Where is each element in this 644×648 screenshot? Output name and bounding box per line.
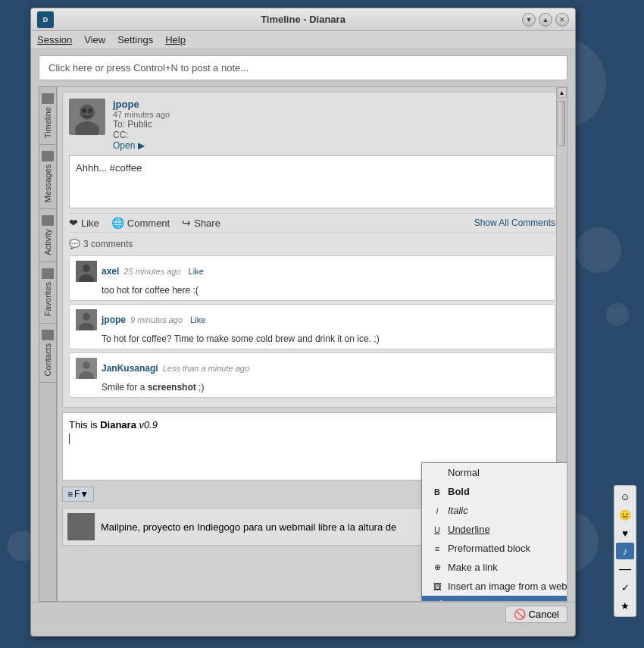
like-icon: ❤ [69,217,78,229]
sidebar-tab-label-timeline: Timeline [43,107,52,138]
italic-label: Italic [448,505,468,516]
share-icon: ↪ [182,217,191,229]
comment-avatar [76,358,97,379]
post-open-button[interactable]: Open ▶ [113,140,555,151]
context-menu-bold[interactable]: B Bold Ctrl+B [422,482,567,501]
like-label: Like [81,218,99,229]
cancel-icon: 🚫 [514,609,526,620]
post-time: 47 minutes ago [113,110,555,119]
sidebar-item-activity[interactable]: Activity [39,209,56,262]
sidebar-tab-label-activity: Activity [43,229,52,255]
comment-button[interactable]: 🌐 Comment [111,217,170,229]
title-bar: D Timeline - Dianara ▼ ▲ ✕ [31,8,575,31]
context-menu-symbols[interactable]: ÆŽ Symbols ▶ [422,596,567,602]
content-area: Timeline Messages Activity Favorites Con… [39,86,567,602]
image-icon: 🖼 [431,582,443,591]
context-menu-preformatted[interactable]: ≡ Preformatted block [422,539,567,558]
post-card: jpope 47 minutes ago To: Public CC: Open… [62,92,562,408]
comment-like-button[interactable]: Like [190,315,205,324]
comment-author: jpope [102,315,126,325]
post-author: jpope [113,99,555,110]
emoji-star[interactable]: ★ [616,597,634,614]
image-label: Insert an image from a web site [448,581,567,592]
emoji-dash[interactable]: — [616,561,634,578]
svg-point-12 [83,362,90,369]
emoji-smile[interactable]: ☺ [616,488,634,505]
menu-session[interactable]: Session [37,34,72,45]
post-text: Ahhh... #coffee [76,162,142,174]
comment-text: Smile for a screenshot ;) [76,382,549,393]
comment-avatar [76,261,97,282]
sidebar-item-timeline[interactable]: Timeline [39,87,56,145]
preformatted-icon: ≡ [431,544,443,553]
note-input-bar[interactable]: Click here or press Control+N to post a … [39,55,567,80]
comment-text: too hot for coffee here :( [76,285,549,296]
comment-like-button[interactable]: Like [189,267,204,276]
window-controls: ▼ ▲ ✕ [522,13,569,27]
bottom-bar: 🚫 Cancel [31,602,575,626]
share-label: Share [194,218,220,229]
sidebar-item-messages[interactable]: Messages [39,145,56,209]
sidebar-item-favorites[interactable]: Favorites [39,262,56,323]
svg-point-9 [83,313,90,321]
preformatted-label: Preformatted block [448,543,530,554]
bold-label: Bold [448,486,470,497]
close-button[interactable]: ✕ [555,13,569,27]
reply-text-static: This is Dianara v0.9 [69,419,158,430]
maximize-button[interactable]: ▲ [539,13,552,27]
menu-view[interactable]: View [84,34,105,45]
sidebar-tab-label-contacts: Contacts [43,343,52,376]
format-selector[interactable]: ≡ F▼ [62,487,94,502]
symbols-label: Symbols [448,599,486,602]
bold-icon: B [431,487,443,496]
post-cc: CC: [113,130,555,140]
like-button[interactable]: ❤ Like [69,217,99,229]
comment-author: JanKusanagi [102,363,158,374]
context-menu-insert-image[interactable]: 🖼 Insert an image from a web site [422,577,567,596]
comment-item: jpope 9 minutes ago Like To hot for coff… [69,304,555,349]
comments-count: 💬 3 comments [69,236,555,252]
window-title: Timeline - Dianara [261,14,345,25]
context-menu-make-link[interactable]: ⊕ Make a link Ctrl+L [422,558,567,577]
context-menu-underline[interactable]: U Underline Ctrl+U [422,520,567,539]
bottom-post-avatar [67,513,95,540]
favorites-icon [42,268,54,279]
cancel-button[interactable]: 🚫 Cancel [505,606,567,623]
post-actions: ❤ Like 🌐 Comment ↪ Share Show All Commen… [69,213,555,233]
show-all-comments-button[interactable]: Show All Comments [474,218,555,228]
avatar [69,99,105,135]
comment-avatar [76,309,97,330]
share-button[interactable]: ↪ Share [182,217,220,229]
emoji-check[interactable]: ✓ [616,579,634,596]
sidebar-item-contacts[interactable]: Contacts [39,324,56,383]
scroll-thumb[interactable] [558,101,565,146]
emoji-heart[interactable]: ♥ [616,524,634,541]
comment-author: axel [102,266,119,277]
normal-label: Normal [448,467,480,478]
menu-help[interactable]: Help [165,34,186,45]
comment-header: jpope 9 minutes ago Like [76,309,549,330]
emoji-neutral[interactable]: 😐 [616,506,634,523]
underline-icon: U [431,525,443,534]
comment-icon: 🌐 [111,217,124,229]
comment-header: axel 25 minutes ago Like [76,261,549,282]
menu-settings[interactable]: Settings [117,34,153,45]
feed-area: jpope 47 minutes ago To: Public CC: Open… [57,86,567,602]
minimize-button[interactable]: ▼ [522,13,536,27]
logo-text: D [43,16,48,23]
comment-item: axel 25 minutes ago Like too hot for cof… [69,255,555,301]
underline-label: Underline [448,524,490,535]
emoji-music[interactable]: ♪ [616,543,634,559]
note-input-placeholder: Click here or press Control+N to post a … [48,62,249,74]
comment-time: Less than a minute ago [163,364,249,373]
text-cursor [69,434,70,444]
scroll-up-arrow[interactable]: ▲ [558,87,567,98]
svg-point-3 [82,108,86,113]
comment-time: 9 minutes ago [130,315,183,324]
context-menu-normal[interactable]: Normal [422,463,567,482]
comment-time: 25 minutes ago [123,267,180,276]
emoji-panel: ☺ 😐 ♥ ♪ — ✓ ★ [614,485,636,617]
app-logo: D [37,11,54,28]
context-menu-italic[interactable]: i Italic Ctrl+I [422,501,567,520]
post-meta: jpope 47 minutes ago To: Public CC: Open… [113,99,555,151]
